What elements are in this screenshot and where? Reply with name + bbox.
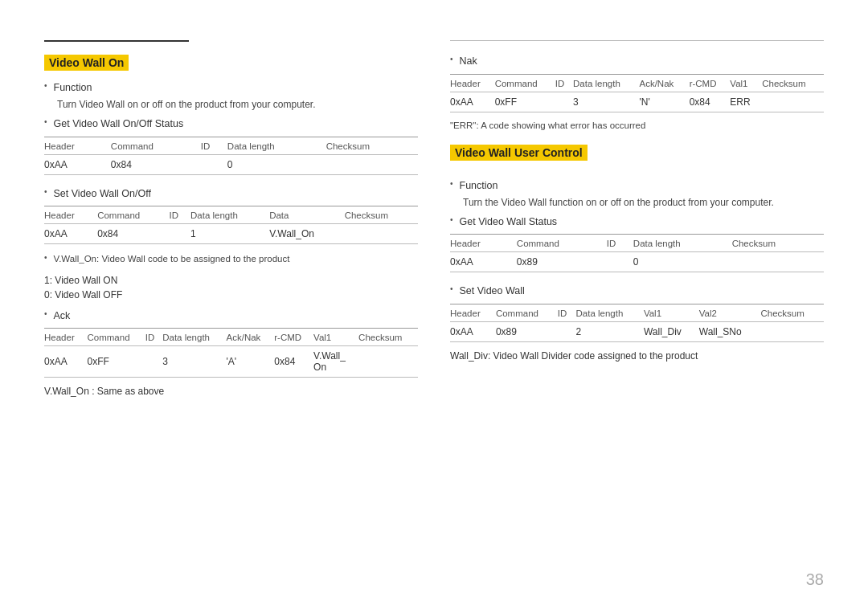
cell-command: 0x84	[111, 154, 201, 174]
cell-val1: ERR	[730, 92, 762, 112]
table-row: 0xAA 0xFF 3 'A' 0x84 V.Wall_ On	[44, 346, 418, 378]
col-header-id3: ID	[145, 329, 162, 346]
col-header-data-length5: Data length	[633, 235, 732, 252]
bullet-icon-7: •	[450, 179, 453, 188]
col-header-data2: Data	[269, 206, 345, 224]
col-header-command5: Command	[517, 235, 607, 252]
col-header-header4: Header	[450, 74, 495, 92]
note3: 0: Video Wall OFF	[44, 289, 418, 300]
set-label-bullet: • Set Video Wall On/Off	[44, 186, 418, 202]
table-nak: Header Command ID Data length Ack/Nak r-…	[450, 74, 824, 112]
col-header-checksum4: Checksum	[762, 74, 824, 92]
right-column: • Nak Header Command ID Data length Ack/…	[450, 40, 824, 400]
cell-id	[558, 322, 576, 342]
right-set-label: Set Video Wall	[460, 284, 525, 299]
cell-val2: Wall_SNo	[699, 322, 761, 342]
cell-id	[170, 224, 190, 244]
note1-bullet: • V.Wall_On: Video Wall code to be assig…	[44, 252, 418, 271]
err-note: "ERR": A code showing what error has occ…	[450, 121, 824, 130]
cell-header: 0xAA	[44, 154, 111, 174]
col-header-val2-6: Val2	[699, 304, 761, 322]
col-header-checksum: Checksum	[326, 137, 418, 154]
cell-header: 0xAA	[450, 322, 496, 342]
cell-command: 0xFF	[495, 92, 555, 112]
cell-id	[145, 346, 162, 378]
col-header-val1-4: Val1	[730, 74, 762, 92]
right-function-bullet: • Function	[450, 178, 824, 194]
col-header-val1-6: Val1	[644, 304, 699, 322]
page-number: 38	[806, 570, 824, 589]
bullet-icon-5: •	[44, 309, 47, 318]
bullet-icon-4: •	[44, 253, 47, 262]
function-bullet: • Function	[44, 80, 418, 96]
cell-data: V.Wall_On	[269, 224, 345, 244]
bullet-icon-8: •	[450, 215, 453, 224]
col-header-rcmd4: r-CMD	[690, 74, 731, 92]
cell-checksum	[732, 252, 824, 272]
table-row: 0xAA 0x84 0	[44, 154, 418, 174]
col-header-data-length: Data length	[227, 137, 326, 154]
col-header-ack-nak4: Ack/Nak	[640, 74, 690, 92]
col-header-data-length2: Data length	[190, 206, 269, 224]
left-section-title: Video Wall On	[44, 55, 129, 71]
cell-checksum	[762, 92, 824, 112]
cell-checksum	[760, 322, 824, 342]
col-header-checksum2: Checksum	[345, 206, 418, 224]
right-section-title: Video Wall User Control	[450, 145, 588, 161]
col-header-rcmd3: r-CMD	[274, 329, 313, 346]
cell-id	[555, 92, 573, 112]
cell-header: 0xAA	[450, 252, 517, 272]
table-ack: Header Command ID Data length Ack/Nak r-…	[44, 328, 418, 378]
col-header-id: ID	[201, 137, 227, 154]
col-header-checksum3: Checksum	[358, 329, 418, 346]
table-row: 0xAA 0xFF 3 'N' 0x84 ERR	[450, 92, 824, 112]
cell-id	[607, 252, 633, 272]
col-header-command4: Command	[495, 74, 555, 92]
function-label: Function	[54, 80, 92, 96]
bullet-icon-9: •	[450, 284, 453, 293]
col-header-data-length3: Data length	[162, 329, 226, 346]
cell-ack-nak: 'N'	[640, 92, 690, 112]
col-header-command6: Command	[496, 304, 558, 322]
right-function-desc: Turn the Video Wall function on or off o…	[463, 197, 824, 208]
cell-command: 0x84	[97, 224, 169, 244]
col-header-id2: ID	[170, 206, 190, 224]
col-header-header: Header	[44, 137, 111, 154]
col-header-command: Command	[111, 137, 201, 154]
vwallon-note: V.Wall_On : Same as above	[44, 386, 418, 397]
right-get-status-label: Get Video Wall Status	[460, 215, 558, 230]
cell-val1: Wall_Div	[644, 322, 699, 342]
wall-div-note: Wall_Div: Video Wall Divider code assign…	[450, 350, 824, 362]
col-header-header6: Header	[450, 304, 496, 322]
col-header-id4: ID	[555, 74, 573, 92]
col-header-checksum6: Checksum	[760, 304, 824, 322]
table-set-video-wall-uc: Header Command ID Data length Val1 Val2 …	[450, 304, 824, 342]
col-header-header5: Header	[450, 235, 517, 252]
cell-ack-nak: 'A'	[227, 346, 275, 378]
cell-data-length: 3	[573, 92, 639, 112]
bullet-icon-3: •	[44, 187, 47, 196]
function-desc: Turn Video Wall on or off on the product…	[57, 99, 418, 110]
bullet-icon-2: •	[44, 117, 47, 126]
right-get-status-bullet: • Get Video Wall Status	[450, 215, 824, 230]
table-row: 0xAA 0x89 0	[450, 252, 824, 272]
ack-bullet: • Ack	[44, 309, 418, 324]
note1: V.Wall_On: Video Wall code to be assigne…	[54, 252, 290, 266]
table-get-video-wall: Header Command ID Data length Checksum 0…	[44, 137, 418, 175]
cell-data-length: 0	[227, 154, 326, 174]
col-header-val1-3: Val1	[313, 329, 358, 346]
right-divider	[450, 40, 824, 41]
left-column: Video Wall On • Function Turn Video Wall…	[44, 40, 418, 400]
col-header-command3: Command	[88, 329, 145, 346]
ack-label: Ack	[54, 309, 71, 324]
cell-data-length: 1	[190, 224, 269, 244]
cell-data-length: 3	[162, 346, 226, 378]
left-divider	[44, 40, 189, 42]
set-label: Set Video Wall On/Off	[54, 186, 151, 202]
cell-header: 0xAA	[44, 224, 97, 244]
cell-data-length: 0	[633, 252, 732, 272]
cell-header: 0xAA	[450, 92, 495, 112]
right-set-bullet: • Set Video Wall	[450, 284, 824, 299]
cell-checksum	[326, 154, 418, 174]
col-header-header2: Header	[44, 206, 97, 224]
